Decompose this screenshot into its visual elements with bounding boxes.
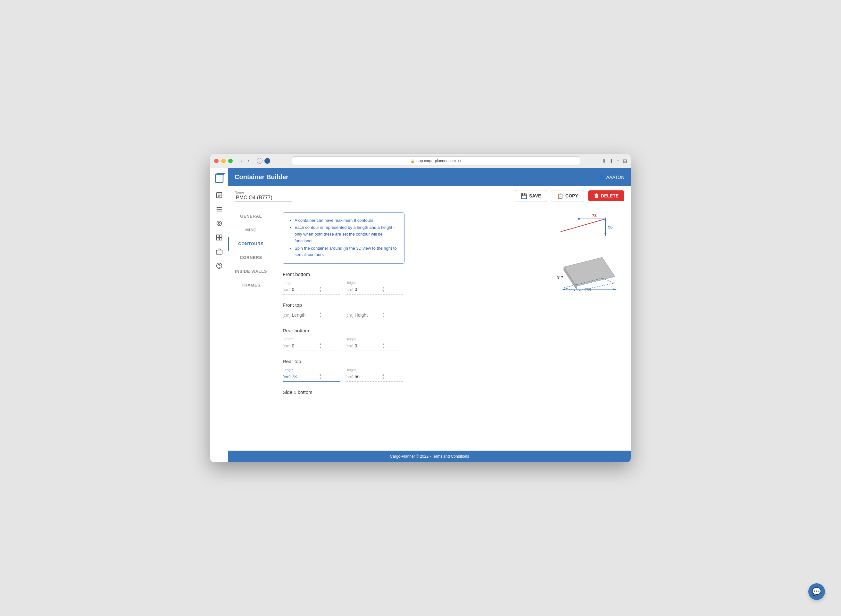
svg-rect-15 <box>216 238 218 240</box>
rt-height-down[interactable]: ▼ <box>382 377 385 380</box>
info-list: A container can have maximum 8 contours … <box>289 217 399 259</box>
rt-length-down[interactable]: ▼ <box>319 377 322 380</box>
toolbar-row: Name 💾 SAVE 📋 COPY 🗑 DELETE <box>228 186 631 206</box>
svg-rect-0 <box>215 175 223 182</box>
grid-view-icon[interactable]: ⊞ <box>623 158 627 164</box>
rb-length-input-wrap: [cm] ▲ ▼ <box>283 342 340 351</box>
rb-height-up[interactable]: ▲ <box>382 342 385 346</box>
contour-diagram-top: 78 56 <box>554 213 618 245</box>
nav-arrows: ‹ › <box>239 157 252 164</box>
ft-height-up[interactable]: ▲ <box>382 311 385 315</box>
svg-rect-13 <box>216 235 218 237</box>
rb-height-unit: [cm] <box>346 343 353 348</box>
sidebar-item-layers[interactable] <box>213 217 226 230</box>
app-logo <box>213 172 226 185</box>
fb-height-down[interactable]: ▼ <box>382 289 385 293</box>
footer-copyright: © 2022 - <box>416 454 432 459</box>
ft-height-input-wrap: [cm] ▲ ▼ <box>346 311 403 320</box>
rb-length-up[interactable]: ▲ <box>319 342 322 346</box>
copy-button[interactable]: 📋 COPY <box>551 190 584 202</box>
rb-height-input-wrap: [cm] ▲ ▼ <box>346 342 403 351</box>
ft-length-up[interactable]: ▲ <box>319 311 322 315</box>
fb-length-up[interactable]: ▲ <box>319 286 322 289</box>
app-header: Container Builder 👤 AAATON <box>228 168 631 186</box>
share-icon[interactable]: ⬆ <box>609 158 614 164</box>
footer-terms-link[interactable]: Terms and Conditions <box>432 454 469 459</box>
rt-height-input[interactable] <box>355 374 381 379</box>
address-bar[interactable]: 🔒 app.cargo-planner.com ↻ <box>292 156 580 166</box>
app-title: Container Builder <box>234 173 598 181</box>
user-info: 👤 AAATON <box>598 174 624 180</box>
fb-height-group: Height [cm] ▲ ▼ <box>346 281 403 295</box>
fb-length-down[interactable]: ▼ <box>319 289 322 293</box>
footer-text: Cargo-Planner © 2022 - Terms and Conditi… <box>390 454 469 459</box>
name-field-group: Name <box>234 191 292 202</box>
chat-icon: 💬 <box>812 587 822 596</box>
section-rear-top-label: Rear top <box>283 359 531 364</box>
rb-length-input[interactable] <box>292 343 318 348</box>
ft-height-down[interactable]: ▼ <box>382 315 385 318</box>
sidebar-item-boxes[interactable] <box>213 245 226 258</box>
rb-height-group: Height [cm] ▲ ▼ <box>346 337 403 351</box>
refresh-icon[interactable]: ↻ <box>458 158 461 163</box>
save-label: SAVE <box>529 193 541 198</box>
minimize-button[interactable] <box>221 158 226 163</box>
ft-height-input[interactable] <box>355 312 381 318</box>
svg-text:56: 56 <box>608 225 612 229</box>
nav-item-general[interactable]: GENERAL <box>228 209 273 223</box>
chat-button[interactable]: 💬 <box>808 583 825 600</box>
svg-rect-16 <box>219 238 221 240</box>
nav-item-corners[interactable]: CORNERS <box>228 251 273 264</box>
rt-length-up[interactable]: ▲ <box>319 373 322 377</box>
rt-height-up[interactable]: ▲ <box>382 373 385 377</box>
nav-item-frames[interactable]: FRAMES <box>228 278 273 292</box>
sidebar-item-list[interactable] <box>213 203 226 216</box>
section-side1-bottom-label: Side 1 bottom <box>283 389 531 395</box>
rt-length-unit: [cm] <box>283 374 291 379</box>
fb-height-input[interactable] <box>355 287 381 292</box>
sidebar-item-grid[interactable] <box>213 231 226 244</box>
delete-button[interactable]: 🗑 DELETE <box>588 191 624 201</box>
rb-height-down[interactable]: ▼ <box>382 346 385 349</box>
fb-length-group: Length [cm] ▲ ▼ <box>283 281 340 295</box>
maximize-button[interactable] <box>228 158 233 163</box>
save-button[interactable]: 💾 SAVE <box>515 190 547 202</box>
download-icon[interactable]: ⬇ <box>602 158 606 164</box>
back-button[interactable]: ‹ <box>239 157 245 164</box>
ft-length-unit: [cm] <box>283 313 291 318</box>
titlebar: ‹ › ⚔ i 🔒 app.cargo-planner.com ↻ ⬇ ⬆ + … <box>210 154 631 168</box>
rt-length-stepper: ▲ ▼ <box>319 373 322 380</box>
nav-item-misc[interactable]: MISC <box>228 223 273 237</box>
rb-length-stepper: ▲ ▼ <box>319 342 322 349</box>
ft-height-stepper: ▲ ▼ <box>382 311 385 318</box>
rt-height-unit: [cm] <box>346 374 353 379</box>
svg-point-11 <box>217 221 221 226</box>
fb-length-input[interactable] <box>292 287 318 292</box>
sidebar-item-document[interactable] <box>213 189 226 202</box>
svg-text:317: 317 <box>557 276 563 280</box>
close-button[interactable] <box>214 158 218 163</box>
sidebar-item-help[interactable] <box>213 259 226 272</box>
ft-length-down[interactable]: ▼ <box>319 315 322 318</box>
delete-label: DELETE <box>601 193 618 198</box>
nav-item-contours[interactable]: CONTOURS <box>228 237 273 251</box>
rt-length-group: Length [cm] ▲ ▼ <box>283 368 340 382</box>
diagram-area: 78 56 <box>548 213 624 293</box>
rb-height-input[interactable] <box>355 343 381 348</box>
section-front-top-label: Front top <box>283 302 531 308</box>
add-tab-icon[interactable]: + <box>617 158 620 164</box>
fb-height-up[interactable]: ▲ <box>382 286 385 289</box>
rt-length-input[interactable] <box>292 374 318 379</box>
save-icon: 💾 <box>521 193 527 199</box>
rb-length-down[interactable]: ▼ <box>319 346 322 349</box>
section-front-bottom-label: Front bottom <box>283 271 531 277</box>
forward-button[interactable]: › <box>246 157 251 164</box>
user-icon: 👤 <box>598 174 605 180</box>
container-shape-diagram: 317 244 <box>554 254 618 293</box>
ft-length-input[interactable] <box>292 312 318 318</box>
nav-item-inside-walls[interactable]: INSIDE WALLS <box>228 264 273 278</box>
name-input[interactable] <box>234 194 292 202</box>
rt-height-label: Height <box>346 368 403 372</box>
lock-icon: 🔒 <box>410 159 415 163</box>
footer-brand-link[interactable]: Cargo-Planner <box>390 454 415 459</box>
